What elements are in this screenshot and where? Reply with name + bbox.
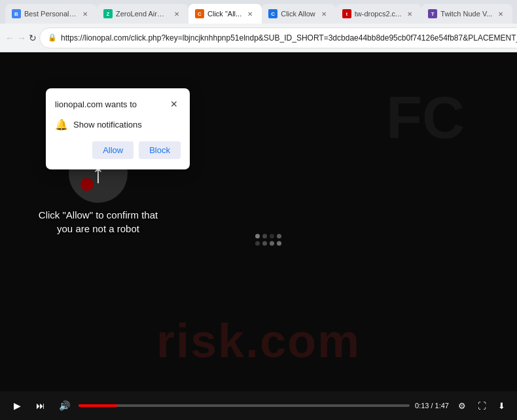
tab-4-favicon: C <box>268 9 277 18</box>
robot-text: Click "Allow" to confirm that you are no… <box>33 208 164 236</box>
spinner-dot-3 <box>270 234 274 238</box>
title-bar: B Best Personal ... ✕ Z ZeroLend Airdr..… <box>0 0 517 24</box>
tab-4-close[interactable]: ✕ <box>319 9 329 19</box>
play-button[interactable]: ▶ <box>8 396 26 415</box>
tab-2-title: ZeroLend Airdr... <box>116 10 168 18</box>
tab-3-close[interactable]: ✕ <box>245 9 255 19</box>
popup-notification-label: Show notifications <box>73 120 142 130</box>
volume-icon: 🔊 <box>59 400 70 411</box>
ctrl-right: ⚙ ⛶ ⬇ <box>454 398 509 413</box>
loading-spinner <box>252 234 285 245</box>
spinner-dot-1 <box>255 234 260 238</box>
fullscreen-icon: ⛶ <box>478 401 486 411</box>
allow-button[interactable]: Allow <box>92 141 134 159</box>
popup-notification-row: 🔔 Show notifications <box>55 118 181 131</box>
tab-6-close[interactable]: ✕ <box>495 9 506 19</box>
spinner-dot-5 <box>255 241 260 245</box>
settings-button[interactable]: ⚙ <box>454 398 470 413</box>
browser-window: B Best Personal ... ✕ Z ZeroLend Airdr..… <box>0 0 517 420</box>
time-display: 0:13 / 1:47 <box>415 402 449 410</box>
tab-4[interactable]: C Click Allow ✕ <box>262 4 336 24</box>
tabs-area: B Best Personal ... ✕ Z ZeroLend Airdr..… <box>5 0 517 24</box>
tab-5-title: tw-dropcs2.c... <box>355 10 402 18</box>
volume-button[interactable]: 🔊 <box>55 396 73 415</box>
spinner-dot-6 <box>262 241 267 245</box>
spinner-dot-7 <box>270 241 274 245</box>
video-controls: ▶ ⏭ 🔊 0:13 / 1:47 ⚙ ⛶ <box>0 391 517 420</box>
tab-2[interactable]: Z ZeroLend Airdr... ✕ <box>97 4 188 24</box>
watermark: risk.com <box>0 314 517 368</box>
time-current: 0:13 <box>415 402 429 410</box>
skip-button[interactable]: ⏭ <box>31 396 50 415</box>
tab-1-title: Best Personal ... <box>24 10 77 18</box>
spinner-dot-4 <box>277 234 281 238</box>
tab-5[interactable]: t tw-dropcs2.c... ✕ <box>336 4 422 24</box>
tab-4-title: Click Allow <box>281 10 315 18</box>
settings-icon: ⚙ <box>458 401 466 411</box>
download-icon: ⬇ <box>498 401 505 411</box>
address-bar[interactable]: 🔒 https://lionopal.com/click.php?key=lbj… <box>39 27 517 48</box>
tab-1[interactable]: B Best Personal ... ✕ <box>5 4 97 24</box>
spinner-dot-8 <box>277 241 281 245</box>
popup-close-button[interactable]: ✕ <box>168 97 181 111</box>
refresh-button[interactable]: ↻ <box>29 28 37 48</box>
tab-2-close[interactable]: ✕ <box>171 9 182 19</box>
time-total: 1:47 <box>435 402 449 410</box>
tab-5-favicon: t <box>342 9 351 18</box>
forward-button[interactable]: → <box>17 28 26 48</box>
fc-watermark: FC <box>386 92 465 145</box>
tab-3-title: Click "All... <box>207 10 241 18</box>
tab-1-close[interactable]: ✕ <box>80 9 90 19</box>
popup-buttons: Allow Block <box>55 141 181 159</box>
back-button[interactable]: ← <box>5 28 14 48</box>
progress-bar[interactable] <box>79 404 410 407</box>
block-button[interactable]: Block <box>139 141 181 159</box>
download-button[interactable]: ⬇ <box>493 398 509 413</box>
popup-title: lionopal.com wants to <box>55 99 137 109</box>
tab-1-favicon: B <box>12 9 21 18</box>
notification-popup: lionopal.com wants to ✕ 🔔 Show notificat… <box>46 88 190 169</box>
fullscreen-button[interactable]: ⛶ <box>474 398 490 413</box>
skip-icon: ⏭ <box>36 400 45 411</box>
spinner-dot-2 <box>262 234 267 238</box>
tab-6-title: Twitch Nude V... <box>440 10 492 18</box>
tab-2-favicon: Z <box>103 9 113 18</box>
progress-fill <box>79 404 117 407</box>
watermark-text: risk.com <box>156 314 361 368</box>
bell-icon: 🔔 <box>55 118 68 131</box>
tab-6-favicon: T <box>428 9 437 18</box>
lock-icon: 🔒 <box>48 33 57 42</box>
tab-3[interactable]: C Click "All... ✕ <box>188 4 262 24</box>
url-text: https://lionopal.com/click.php?key=lbjnc… <box>61 33 517 43</box>
tab-5-close[interactable]: ✕ <box>404 9 415 19</box>
content-area: FC ↑ Click "Allow" to confirm that you a… <box>0 52 517 420</box>
tab-3-favicon: C <box>195 9 204 18</box>
play-icon: ▶ <box>14 400 21 411</box>
tab-6[interactable]: T Twitch Nude V... ✕ <box>421 4 512 24</box>
toolbar: ← → ↻ 🔒 https://lionopal.com/click.php?k… <box>0 24 517 52</box>
popup-header: lionopal.com wants to ✕ <box>55 97 181 111</box>
fc-watermark-text: FC <box>386 85 465 150</box>
